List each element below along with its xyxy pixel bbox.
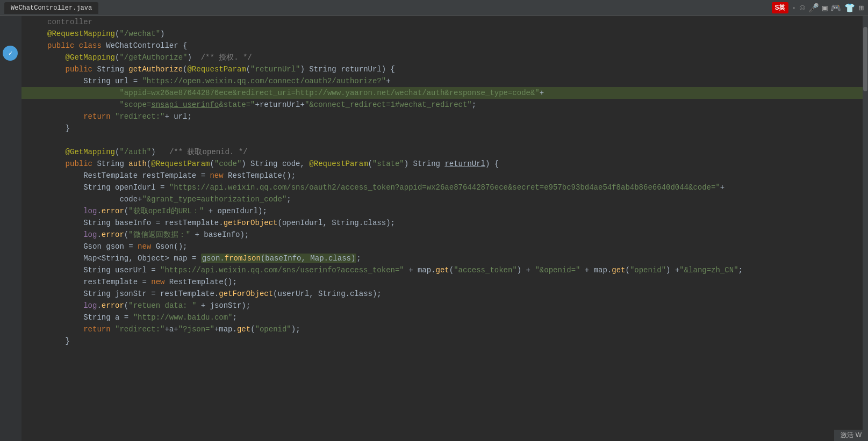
grid-icon: ▣ xyxy=(822,3,828,13)
table-row: log.error("微信返回数据：" + baseInfo); xyxy=(21,229,868,241)
table-row: return "redirect:"+a+"?json="+map.get("o… xyxy=(21,323,868,335)
table-row: log.error("retuen data: " + jsonStr); xyxy=(21,300,868,312)
top-right-icons: S英 · ☺ 🎤 ▣ 🎮 👕 ⊞ xyxy=(772,2,864,13)
line-content: } xyxy=(43,335,868,347)
line-content: public String getAuthorize(@RequestParam… xyxy=(43,63,868,75)
table-row xyxy=(21,134,868,146)
table-row: restTemplate = new RestTemplate(); xyxy=(21,276,868,288)
line-content: log.error("retuen data: " + jsonStr); xyxy=(43,300,868,312)
avatar: ✓ xyxy=(3,46,18,61)
table-row: Gson gson = new Gson(); xyxy=(21,241,868,252)
code-lines: controller @RequestMapping("/wechat") pu… xyxy=(21,16,868,347)
bottom-status-bar: 激活 W xyxy=(834,430,868,441)
line-content: return "redirect:"+a+"?json="+map.get("o… xyxy=(43,323,868,335)
scrollbar-thumb[interactable] xyxy=(863,27,867,91)
table-row: RestTemplate restTemplate = new RestTemp… xyxy=(21,170,868,182)
table-row: Map<String, Object> map = gson.fromJson(… xyxy=(21,252,868,264)
line-content: String jsonStr = restTemplate.getForObje… xyxy=(43,288,868,300)
editor-area: ✓ controller @RequestMapping("/wechat") … xyxy=(0,16,868,441)
apps-icon: ⊞ xyxy=(858,3,864,13)
mic-icon: 🎤 xyxy=(808,3,819,13)
table-row: controller xyxy=(21,16,868,28)
line-content: code+"&grant_type=authorization_code"; xyxy=(43,193,868,205)
emoji-icon: ☺ xyxy=(800,3,805,13)
code-container[interactable]: controller @RequestMapping("/wechat") pu… xyxy=(21,16,868,441)
table-row: "scope=snsapi_userinfo&state="+returnUrl… xyxy=(21,99,868,111)
table-row: public String getAuthorize(@RequestParam… xyxy=(21,63,868,75)
line-content: String openIdurl = "https://api.weixin.q… xyxy=(43,182,868,193)
line-content: } xyxy=(43,122,868,134)
dot-icon: · xyxy=(792,3,797,13)
title-bar: WeChatController.java S英 · ☺ 🎤 ▣ 🎮 👕 ⊞ xyxy=(0,0,868,16)
table-row: String jsonStr = restTemplate.getForObje… xyxy=(21,288,868,300)
line-content: Map<String, Object> map = gson.fromJson(… xyxy=(43,252,868,264)
table-row: public class WeChatController { xyxy=(21,40,868,52)
table-row: public String auth(@RequestParam("code")… xyxy=(21,158,868,170)
file-tab[interactable]: WeChatController.java xyxy=(4,2,98,14)
tshirt-icon: 👕 xyxy=(844,3,855,13)
line-content: restTemplate = new RestTemplate(); xyxy=(43,276,868,288)
table-row: @GetMapping("/auth") /** 获取openid. */ xyxy=(21,146,868,158)
table-row: log.error("获取opeId的URL：" + openIdurl); xyxy=(21,205,868,217)
table-row: String userUrl = "https://api.weixin.qq.… xyxy=(21,264,868,276)
line-content: String baseInfo = restTemplate.getForObj… xyxy=(43,217,868,229)
table-row: String url = "https://open.weixin.qq.com… xyxy=(21,75,868,87)
line-content: "appid=wx26ae876442876ece&redirect_uri=h… xyxy=(43,87,868,99)
gamepad-icon: 🎮 xyxy=(830,3,841,13)
table-row: } xyxy=(21,122,868,134)
line-content: controller xyxy=(43,16,868,28)
line-content: String a = "http://www.baidu.com"; xyxy=(43,312,868,323)
left-gutter: ✓ xyxy=(0,16,21,441)
sougou-icon: S英 xyxy=(772,2,788,13)
table-row: } xyxy=(21,335,868,347)
scrollbar-vertical[interactable] xyxy=(863,16,868,441)
table-row: String a = "http://www.baidu.com"; xyxy=(21,312,868,323)
table-row: String openIdurl = "https://api.weixin.q… xyxy=(21,182,868,193)
line-content: String userUrl = "https://api.weixin.qq.… xyxy=(43,264,868,276)
line-content: RestTemplate restTemplate = new RestTemp… xyxy=(43,170,868,182)
line-content: String url = "https://open.weixin.qq.com… xyxy=(43,75,868,87)
line-content: log.error("获取opeId的URL：" + openIdurl); xyxy=(43,205,868,217)
line-content: public class WeChatController { xyxy=(43,40,868,52)
table-row: "appid=wx26ae876442876ece&redirect_uri=h… xyxy=(21,87,868,99)
line-content xyxy=(43,134,868,146)
line-content: public String auth(@RequestParam("code")… xyxy=(43,158,868,170)
line-content: @RequestMapping("/wechat") xyxy=(43,28,868,40)
table-row: String baseInfo = restTemplate.getForObj… xyxy=(21,217,868,229)
line-content: "scope=snsapi_userinfo&state="+returnUrl… xyxy=(43,99,868,111)
line-content: @GetMapping("/auth") /** 获取openid. */ xyxy=(43,146,868,158)
line-content: @GetMapping("/getAuthorize") /** 授权. */ xyxy=(43,52,868,63)
table-row: @GetMapping("/getAuthorize") /** 授权. */ xyxy=(21,52,868,63)
table-row: @RequestMapping("/wechat") xyxy=(21,28,868,40)
line-content: return "redirect:"+ url; xyxy=(43,111,868,122)
table-row: code+"&grant_type=authorization_code"; xyxy=(21,193,868,205)
status-text: 激活 W xyxy=(841,431,862,439)
line-content: log.error("微信返回数据：" + baseInfo); xyxy=(43,229,868,241)
line-content: Gson gson = new Gson(); xyxy=(43,241,868,252)
table-row: return "redirect:"+ url; xyxy=(21,111,868,122)
